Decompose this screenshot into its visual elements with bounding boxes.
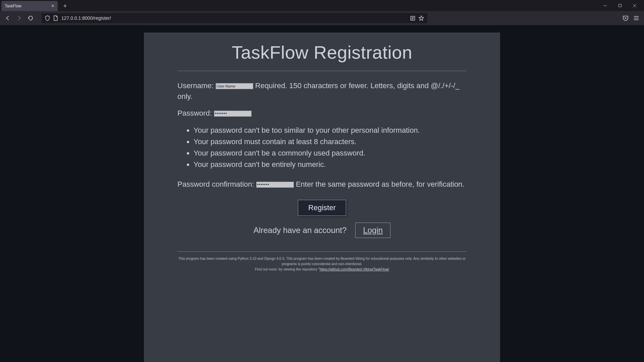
password-rule: Your password can't be a commonly used p… <box>194 147 467 159</box>
login-button[interactable]: Login <box>355 223 390 238</box>
window-minimize-button[interactable] <box>598 1 612 10</box>
browser-toolbar: 127.0.0.1:8000/register/ <box>0 11 644 25</box>
window-close-button[interactable] <box>627 1 642 10</box>
password-confirm-label: Password confirmation: <box>177 180 256 188</box>
password-input[interactable] <box>214 111 252 117</box>
svg-marker-8 <box>419 16 424 20</box>
username-label: Username: <box>177 81 216 90</box>
registration-card: TaskFlow Registration Username: Required… <box>144 33 500 362</box>
nav-forward-button[interactable] <box>14 13 24 23</box>
password-confirm-help: Enter the same password as before, for v… <box>296 180 465 188</box>
password-rule: Your password can't be too similar to yo… <box>194 125 467 136</box>
svg-rect-1 <box>619 4 621 7</box>
app-menu-button[interactable] <box>631 13 641 23</box>
reader-mode-icon[interactable] <box>410 16 415 21</box>
page-icon <box>53 15 58 21</box>
footer: This program has been created using Pyth… <box>177 256 467 272</box>
page-viewport: TaskFlow Registration Username: Required… <box>0 25 644 362</box>
username-input[interactable] <box>216 83 253 89</box>
nav-reload-button[interactable] <box>25 13 36 23</box>
divider <box>177 251 467 252</box>
footer-line-2: Find out more: by viewing the repository… <box>177 266 467 272</box>
repo-link[interactable]: https://github.com/Bearded-Viking/TaskFl… <box>320 267 389 271</box>
url-text: 127.0.0.1:8000/register/ <box>61 15 407 21</box>
footer-line-1: This program has been created using Pyth… <box>177 256 467 267</box>
password-rules-list: Your password can't be too similar to yo… <box>194 125 467 170</box>
divider <box>177 71 467 71</box>
password-confirm-input[interactable] <box>256 182 294 188</box>
bookmark-star-icon[interactable] <box>419 15 424 21</box>
register-button[interactable]: Register <box>298 200 346 216</box>
window-maximize-button[interactable] <box>612 1 627 10</box>
password-rule: Your password must contain at least 8 ch… <box>194 136 467 147</box>
nav-back-button[interactable] <box>3 13 13 23</box>
password-field-row: Password: <box>177 108 467 119</box>
window-controls <box>598 0 642 11</box>
username-field-row: Username: Required. 150 characters or fe… <box>177 80 467 102</box>
shield-icon <box>45 15 50 21</box>
tab-title: TaskFlow <box>5 4 51 8</box>
browser-tab[interactable]: TaskFlow × <box>1 1 58 11</box>
url-bar[interactable]: 127.0.0.1:8000/register/ <box>42 13 427 23</box>
password-rule: Your password can't be entirely numeric. <box>194 159 467 170</box>
password-confirm-field-row: Password confirmation: Enter the same pa… <box>177 179 467 190</box>
page-title: TaskFlow Registration <box>177 42 467 63</box>
login-prompt: Already have an account? <box>254 226 347 235</box>
tab-strip: TaskFlow × + <box>0 0 644 11</box>
password-label: Password: <box>177 109 214 117</box>
save-to-pocket-button[interactable] <box>621 13 631 23</box>
new-tab-button[interactable]: + <box>60 1 70 11</box>
close-tab-icon[interactable]: × <box>51 3 54 9</box>
